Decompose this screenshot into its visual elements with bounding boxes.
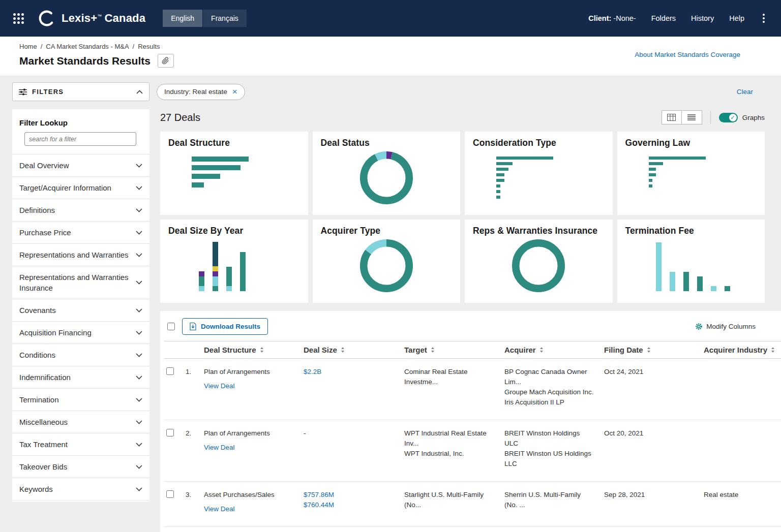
sidebar-item-conditions[interactable]: Conditions xyxy=(12,344,149,366)
column-header-acquirer-industry[interactable]: Acquirer Industry xyxy=(704,346,781,354)
filter-lookup-title: Filter Lookup xyxy=(19,118,149,127)
sidebar-item-representations-warranties[interactable]: Representations and Warranties xyxy=(12,244,149,266)
acquirer-cell: Sherrin U.S. Multi-Family (No. ... xyxy=(504,490,604,514)
acquirer-type-chart xyxy=(321,237,453,294)
download-results-button[interactable]: Download Results xyxy=(182,318,268,335)
help-link[interactable]: Help xyxy=(729,14,744,22)
language-english-button[interactable]: English xyxy=(163,10,202,27)
chart-title: Deal Status xyxy=(321,138,453,148)
chevron-down-icon xyxy=(136,420,142,424)
view-deal-link[interactable]: View Deal xyxy=(204,504,235,514)
deal-status-card: Deal Status xyxy=(313,132,461,215)
language-french-button[interactable]: Français xyxy=(203,10,247,27)
column-header-acquirer[interactable]: Acquirer xyxy=(504,346,604,354)
sidebar-item-keywords[interactable]: Keywords xyxy=(12,478,149,500)
filing-date-cell: Oct 20, 2021 xyxy=(604,428,704,469)
chevron-down-icon xyxy=(136,331,142,335)
sidebar-item-takeover-bids[interactable]: Takeover Bids xyxy=(12,456,149,478)
filters-panel-toggle[interactable]: FILTERS xyxy=(12,82,149,101)
table-header-row: Deal Structure Deal Size Target Acquirer… xyxy=(164,341,781,359)
brand-logo[interactable]: Lexis+™Canada xyxy=(37,9,145,28)
history-link[interactable]: History xyxy=(691,14,714,22)
row-checkbox[interactable] xyxy=(166,367,174,375)
column-label: Acquirer Industry xyxy=(704,346,767,354)
sidebar-item-label: Target/Acquirer Information xyxy=(19,182,111,193)
brand-name: Lexis+™Canada xyxy=(62,12,145,25)
download-icon xyxy=(190,323,196,330)
filter-accordion: Deal Overview Target/Acquirer Informatio… xyxy=(12,154,149,500)
breadcrumb-current: Results xyxy=(138,43,160,50)
more-menu-icon[interactable] xyxy=(760,12,768,25)
chart-title: Termination Fee xyxy=(625,226,757,236)
sidebar-item-termination[interactable]: Termination xyxy=(12,389,149,411)
column-label: Filing Date xyxy=(604,346,643,354)
row-number: 2. xyxy=(186,428,204,469)
breadcrumb-home[interactable]: Home xyxy=(19,43,37,50)
sidebar-item-tax-treatment[interactable]: Tax Treatment xyxy=(12,433,149,456)
column-header-deal-size[interactable]: Deal Size xyxy=(304,346,404,354)
sidebar-item-label: Miscellaneous xyxy=(19,417,68,427)
sidebar-item-target-acquirer-information[interactable]: Target/Acquirer Information xyxy=(12,177,149,199)
deal-size-cell[interactable]: $2.2B xyxy=(304,367,404,408)
client-label: Client: xyxy=(588,14,611,22)
deal-size-by-year-chart xyxy=(168,240,300,291)
sidebar-item-label: Keywords xyxy=(19,484,53,494)
modify-columns-label: Modify Columns xyxy=(706,323,756,330)
sidebar-item-covenants[interactable]: Covenants xyxy=(12,299,149,322)
grid-view-button[interactable] xyxy=(662,110,682,124)
language-toggle: English Français xyxy=(163,10,247,27)
table-row: 3. Asset Purchases/SalesView Deal $757.8… xyxy=(164,482,781,527)
folders-link[interactable]: Folders xyxy=(651,14,676,22)
chip-close-icon[interactable]: × xyxy=(232,87,237,96)
breadcrumb-section[interactable]: CA Market Standards - M&A xyxy=(46,43,129,50)
sidebar-item-representations-warranties-insurance[interactable]: Representations and Warranties Insurance xyxy=(12,266,149,299)
governing-law-chart xyxy=(625,157,757,187)
client-selector[interactable]: Client: -None- xyxy=(588,14,636,22)
view-deal-link[interactable]: View Deal xyxy=(204,381,235,391)
sidebar-item-purchase-price[interactable]: Purchase Price xyxy=(12,222,149,244)
column-header-deal-structure[interactable]: Deal Structure xyxy=(204,346,304,354)
modify-columns-button[interactable]: Modify Columns xyxy=(695,323,756,330)
results-table-section: Download Results Modify Columns Deal Str… xyxy=(160,311,781,532)
filter-chip-industry[interactable]: Industry: Real estate × xyxy=(157,84,245,100)
row-checkbox[interactable] xyxy=(166,490,174,498)
client-value: -None- xyxy=(613,14,636,22)
sort-icon xyxy=(260,347,264,353)
consideration-type-card: Consideration Type xyxy=(465,132,613,215)
app-launcher-icon[interactable] xyxy=(13,13,24,24)
chevron-down-icon xyxy=(136,186,142,190)
sidebar-item-indemnification[interactable]: Indemnification xyxy=(12,366,149,389)
filter-search-input[interactable] xyxy=(24,132,136,146)
row-number: 1. xyxy=(186,367,204,408)
about-coverage-link[interactable]: About Market Standards Coverage xyxy=(635,51,740,68)
sidebar-item-miscellaneous[interactable]: Miscellaneous xyxy=(12,411,149,433)
column-label: Deal Structure xyxy=(204,346,256,354)
sidebar-item-definitions[interactable]: Definitions xyxy=(12,199,149,222)
reps-warranties-insurance-chart xyxy=(473,237,605,294)
sidebar-item-acquisition-financing[interactable]: Acquisition Financing xyxy=(12,322,149,344)
column-label: Acquirer xyxy=(504,346,536,354)
sidebar-item-label: Tax Treatment xyxy=(19,439,68,450)
column-header-filing-date[interactable]: Filing Date xyxy=(604,346,704,354)
deal-size-cell[interactable]: $757.86M $760.44M xyxy=(304,490,404,514)
chart-title: Deal Structure xyxy=(168,138,300,148)
graphs-toggle[interactable]: ✓ xyxy=(719,113,738,122)
filter-bar: FILTERS Industry: Real estate × Clear xyxy=(12,82,753,101)
column-header-target[interactable]: Target xyxy=(404,346,504,354)
attach-button[interactable] xyxy=(158,54,174,68)
list-view-button[interactable] xyxy=(682,110,702,124)
top-nav-links: Client: -None- Folders History Help xyxy=(588,12,768,25)
sidebar-item-deal-overview[interactable]: Deal Overview xyxy=(12,154,149,177)
row-number: 3. xyxy=(186,490,204,514)
chevron-down-icon xyxy=(136,487,142,491)
view-deal-link[interactable]: View Deal xyxy=(204,443,235,453)
clear-filters-link[interactable]: Clear xyxy=(737,88,753,96)
deal-structure-value: Plan of Arrangements xyxy=(204,367,294,377)
row-checkbox[interactable] xyxy=(166,429,174,436)
acquirer-industry-cell xyxy=(704,428,781,469)
sort-icon xyxy=(647,347,651,353)
termination-fee-card: Termination Fee xyxy=(617,220,765,303)
sidebar-item-label: Acquisition Financing xyxy=(19,327,92,338)
breadcrumb-separator: / xyxy=(133,43,135,50)
select-all-checkbox[interactable] xyxy=(167,323,175,330)
